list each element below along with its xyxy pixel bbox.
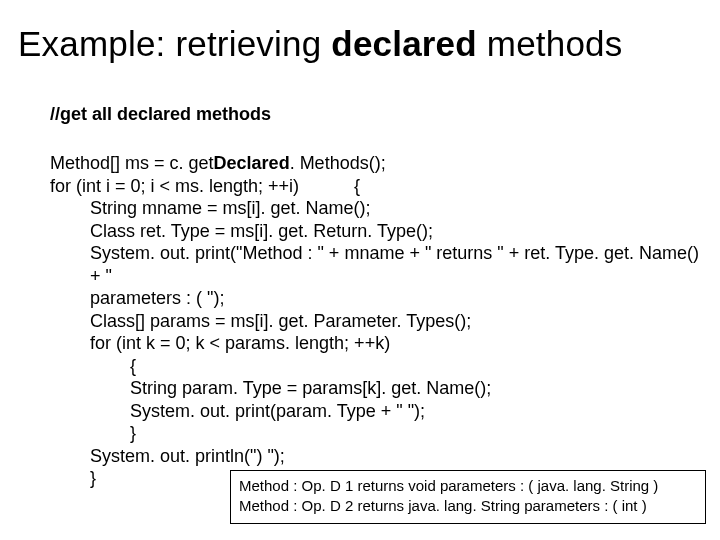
code-text: . Methods();	[290, 153, 386, 173]
code-text-bold: Declared	[214, 153, 290, 173]
code-line: parameters : ( ");	[90, 287, 700, 310]
page-title: Example: retrieving declared methods	[18, 24, 712, 64]
code-line: System. out. print("Method : " + mname +…	[90, 242, 700, 287]
title-post: methods	[477, 24, 623, 63]
output-line: Method : Op. D 2 returns java. lang. Str…	[239, 496, 697, 516]
code-text: Method[] ms = c. get	[50, 153, 214, 173]
code-line: System. out. print(param. Type + " ");	[130, 400, 700, 423]
code-line: String mname = ms[i]. get. Name();	[90, 197, 700, 220]
code-line: Method[] ms = c. getDeclared. Methods();	[50, 152, 700, 175]
title-bold: declared	[331, 24, 477, 63]
output-line: Method : Op. D 1 returns void parameters…	[239, 476, 697, 496]
code-block: Method[] ms = c. getDeclared. Methods();…	[50, 152, 700, 490]
code-line: System. out. println(") ");	[90, 445, 700, 468]
slide: Example: retrieving declared methods //g…	[0, 0, 720, 540]
code-comment: //get all declared methods	[50, 104, 271, 125]
code-line: String param. Type = params[k]. get. Nam…	[130, 377, 700, 400]
code-line: for (int i = 0; i < ms. length; ++i) {	[50, 175, 700, 198]
title-pre: Example: retrieving	[18, 24, 331, 63]
code-line: Class[] params = ms[i]. get. Parameter. …	[90, 310, 700, 333]
code-line: Class ret. Type = ms[i]. get. Return. Ty…	[90, 220, 700, 243]
output-box: Method : Op. D 1 returns void parameters…	[230, 470, 706, 524]
code-line: }	[130, 422, 700, 445]
code-line: {	[130, 355, 700, 378]
code-line: for (int k = 0; k < params. length; ++k)	[90, 332, 700, 355]
